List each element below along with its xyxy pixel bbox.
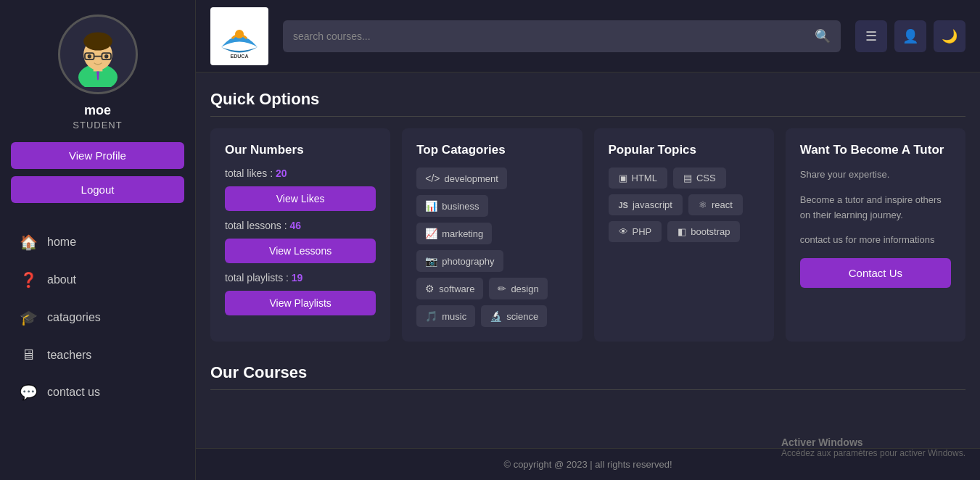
- categories-tag-grid: </>development 📊business 📈marketing 📷pho…: [416, 167, 567, 327]
- svg-point-10: [235, 30, 244, 38]
- quick-options-grid: Our Numbers total likes : 20 View Likes …: [210, 128, 965, 342]
- sidebar-item-teachers[interactable]: 🖥 teachers: [11, 338, 184, 372]
- sidebar-item-home[interactable]: 🏠 home: [11, 225, 184, 260]
- about-icon: ❓: [18, 271, 38, 289]
- topic-react[interactable]: ⚛react: [688, 194, 743, 215]
- svg-point-7: [87, 54, 91, 58]
- search-input[interactable]: [293, 30, 815, 42]
- topic-php[interactable]: 👁PHP: [609, 221, 662, 242]
- total-likes-value: 20: [276, 167, 287, 179]
- tutor-desc-3: contact us for more informations: [800, 233, 951, 248]
- home-icon: 🏠: [18, 233, 38, 251]
- sidebar-item-label-teachers: teachers: [47, 349, 91, 362]
- copyright-text: © copyright @ 2023 | all rights reserved…: [503, 459, 672, 470]
- our-numbers-title: Our Numbers: [225, 143, 376, 157]
- avatar: [58, 15, 138, 94]
- menu-button[interactable]: ☰: [855, 20, 887, 52]
- page-content: Quick Options Our Numbers total likes : …: [196, 73, 980, 448]
- topic-html[interactable]: ▣HTML: [609, 167, 667, 189]
- tutor-desc-1: Share your expertise.: [800, 167, 951, 183]
- view-lessons-button[interactable]: View Lessons: [225, 239, 376, 263]
- username: moe: [84, 103, 111, 118]
- sidebar-item-label-catagories: catagories: [47, 311, 101, 324]
- tag-music[interactable]: 🎵music: [416, 305, 475, 327]
- theme-toggle-button[interactable]: 🌙: [934, 20, 965, 52]
- contact-icon: 💬: [18, 384, 38, 401]
- topic-bootstrap[interactable]: ◧bootstrap: [667, 221, 740, 242]
- sidebar-item-label-about: about: [47, 273, 76, 286]
- tag-software[interactable]: ⚙software: [416, 278, 483, 299]
- tutor-desc-2: Become a tutor and inspire others on the…: [800, 193, 951, 223]
- top-categories-title: Top Catagories: [416, 143, 567, 157]
- search-icon[interactable]: 🔍: [815, 28, 831, 44]
- contact-us-button[interactable]: Contact Us: [800, 258, 951, 288]
- svg-point-8: [104, 54, 108, 58]
- tag-business[interactable]: 📊business: [416, 195, 487, 217]
- view-likes-button[interactable]: View Likes: [225, 186, 376, 211]
- svg-point-3: [83, 32, 112, 50]
- topic-css[interactable]: ▤CSS: [673, 167, 726, 189]
- sidebar-item-label-home: home: [47, 236, 76, 249]
- teachers-icon: 🖥: [18, 347, 38, 363]
- become-tutor-card: Want To Become A Tutor Share your expert…: [786, 128, 965, 342]
- popular-topics-title: Popular Topics: [609, 143, 759, 157]
- topics-grid: ▣HTML ▤CSS JSjavascript ⚛react 👁PHP ◧boo…: [609, 167, 759, 242]
- become-tutor-title: Want To Become A Tutor: [800, 143, 951, 157]
- quick-options-title: Quick Options: [210, 90, 965, 117]
- our-numbers-card: Our Numbers total likes : 20 View Likes …: [210, 128, 390, 342]
- sidebar-item-about[interactable]: ❓ about: [11, 262, 184, 297]
- sidebar: moe STUDENT View Profile Logout 🏠 home ❓…: [0, 0, 196, 480]
- tag-marketing[interactable]: 📈marketing: [416, 223, 492, 244]
- tag-photography[interactable]: 📷photography: [416, 250, 503, 272]
- user-button[interactable]: 👤: [894, 20, 926, 52]
- tag-development[interactable]: </>development: [416, 167, 507, 189]
- user-role: STUDENT: [73, 120, 122, 131]
- footer: © copyright @ 2023 | all rights reserved…: [196, 448, 980, 480]
- our-courses-title: Our Courses: [210, 363, 965, 390]
- logo: EDUCA PLATFORM: [210, 7, 268, 65]
- total-likes-row: total likes : 20: [225, 167, 376, 179]
- total-lessons-value: 46: [290, 220, 302, 231]
- logout-button[interactable]: Logout: [11, 176, 184, 203]
- tag-design[interactable]: ✏design: [489, 278, 547, 299]
- sidebar-item-catagories[interactable]: 🎓 catagories: [11, 300, 184, 335]
- view-playlists-button[interactable]: View Playlists: [225, 291, 376, 315]
- topic-javascript[interactable]: JSjavascript: [609, 194, 683, 215]
- sidebar-item-label-contact: contact us: [47, 386, 100, 399]
- popular-topics-card: Popular Topics ▣HTML ▤CSS JSjavascript ⚛…: [594, 128, 774, 342]
- catagories-icon: 🎓: [18, 309, 38, 326]
- tag-science[interactable]: 🔬science: [481, 305, 547, 327]
- total-lessons-row: total lessons : 46: [225, 220, 376, 231]
- top-categories-card: Top Catagories </>development 📊business …: [402, 128, 582, 342]
- svg-text:EDUCA: EDUCA: [231, 54, 249, 59]
- total-playlists-value: 19: [292, 272, 303, 284]
- total-playlists-row: total playlists : 19: [225, 272, 376, 284]
- nav-menu: 🏠 home ❓ about 🎓 catagories 🖥 teachers 💬…: [11, 225, 184, 413]
- main-content: EDUCA PLATFORM 🔍 ☰ 👤 🌙 Quick Options Our…: [196, 0, 980, 480]
- header: EDUCA PLATFORM 🔍 ☰ 👤 🌙: [196, 0, 980, 73]
- sidebar-item-contact-us[interactable]: 💬 contact us: [11, 375, 184, 410]
- header-icons: ☰ 👤 🌙: [855, 20, 965, 52]
- search-bar: 🔍: [283, 20, 841, 52]
- view-profile-button[interactable]: View Profile: [11, 142, 184, 169]
- svg-text:PLATFORM: PLATFORM: [230, 61, 250, 62]
